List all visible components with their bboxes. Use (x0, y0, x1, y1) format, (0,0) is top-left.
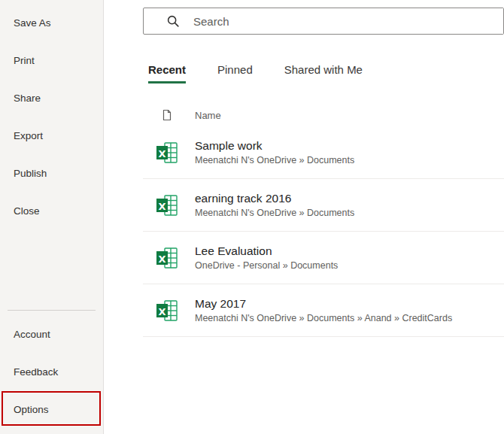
file-location: Meenatchi N's OneDrive » Documents (195, 155, 354, 165)
backstage-sidebar: Save As Print Share Export Publish Close… (0, 0, 104, 434)
document-icon (161, 109, 173, 121)
file-location: Meenatchi N's OneDrive » Documents (195, 208, 354, 218)
file-title: Lee Evaluation (195, 244, 338, 258)
sidebar-item-export[interactable]: Export (0, 117, 103, 154)
name-column-label: Name (195, 110, 221, 121)
sidebar-item-publish[interactable]: Publish (0, 154, 103, 192)
file-row[interactable]: X May 2017 Meenatchi N's OneDrive » Docu… (143, 284, 504, 337)
svg-text:X: X (158, 147, 165, 159)
sidebar-divider (8, 310, 96, 311)
file-location: OneDrive - Personal » Documents (195, 260, 338, 271)
sidebar-item-account[interactable]: Account (0, 315, 103, 353)
svg-text:X: X (158, 305, 165, 317)
file-tabs: Recent Pinned Shared with Me (148, 63, 363, 83)
tab-shared-with-me[interactable]: Shared with Me (284, 63, 363, 83)
search-input[interactable] (193, 8, 503, 34)
file-row[interactable]: X Sample work Meenatchi N's OneDrive » D… (143, 126, 504, 179)
excel-file-icon: X (155, 299, 179, 323)
tab-recent[interactable]: Recent (148, 63, 186, 83)
sidebar-item-save-as[interactable]: Save As (0, 4, 103, 41)
file-row[interactable]: X Lee Evaluation OneDrive - Personal » D… (143, 232, 504, 284)
backstage-main: Recent Pinned Shared with Me Name (105, 0, 504, 434)
file-title: earning track 2016 (195, 192, 354, 205)
excel-file-icon: X (155, 246, 179, 270)
file-row[interactable]: X earning track 2016 Meenatchi N's OneDr… (143, 179, 504, 232)
sidebar-item-feedback[interactable]: Feedback (0, 353, 103, 390)
search-box (143, 8, 504, 35)
excel-file-icon: X (155, 193, 179, 217)
file-location: Meenatchi N's OneDrive » Documents » Ana… (195, 313, 452, 323)
sidebar-item-close[interactable]: Close (0, 192, 103, 229)
tab-pinned[interactable]: Pinned (217, 63, 253, 83)
svg-text:X: X (158, 200, 165, 211)
list-header-name[interactable]: Name (143, 104, 504, 126)
sidebar-item-share[interactable]: Share (0, 79, 103, 117)
search-icon (166, 14, 180, 28)
svg-text:X: X (158, 253, 165, 264)
recent-file-list: Name X Sample work (143, 104, 504, 337)
sidebar-spacer (0, 229, 103, 310)
file-title: Sample work (195, 139, 354, 153)
sidebar-item-options[interactable]: Options (0, 390, 103, 428)
excel-backstage-view: Save As Print Share Export Publish Close… (0, 0, 504, 434)
file-title: May 2017 (195, 297, 452, 311)
excel-file-icon: X (155, 141, 179, 165)
sidebar-item-print[interactable]: Print (0, 41, 103, 79)
